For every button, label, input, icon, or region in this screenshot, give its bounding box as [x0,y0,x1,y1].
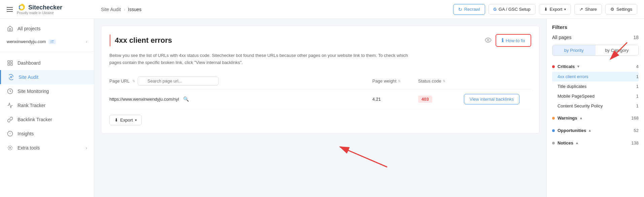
filter-item-4xx[interactable]: 4xx client errors 1 [552,72,639,81]
svg-rect-1 [11,61,12,62]
sidebar-item-insights[interactable]: Insights [0,127,94,141]
filter-item-title-dup-count: 1 [636,84,639,89]
filter-section-criticals-header[interactable]: Criticals ▾ 4 [552,61,639,72]
card-title-bar [109,34,111,46]
recrawl-button[interactable]: ↻ Recrawl [453,4,485,15]
table-url-cell: https://www.wenxinwendyju.com/nyl 🔍 [109,96,367,102]
domain-badge: IT [48,39,56,44]
filter-item-mobile[interactable]: Mobile PageSpeed 1 [552,91,639,101]
notices-count: 138 [631,140,639,145]
how-to-fix-button[interactable]: ℹ How-to fix [496,34,531,47]
export-down-icon: ⬇ [114,118,118,123]
sidebar-site-audit-label: Site Audit [19,74,38,80]
link-icon [7,116,13,123]
view-internal-backlinks-button[interactable]: View internal backlinks [464,94,519,104]
monitor-icon [7,88,13,95]
insights-icon [7,130,13,137]
filter-section-warnings: Warnings ▴ 168 [552,113,639,123]
filter-section-opportunities: Opportunities ▴ 52 [552,125,639,136]
col-url-header: Page URL ⇅ 🔍 [109,76,367,86]
eye-icon[interactable] [485,37,492,44]
filter-section-warnings-header[interactable]: Warnings ▴ 168 [552,113,639,123]
sidebar-dashboard-label: Dashboard [18,60,41,66]
info-icon: ℹ [502,37,504,43]
logo-tagline: Proudly made in Ukraine [17,11,62,15]
filter-item-title-dup[interactable]: Title duplicates 1 [552,81,639,91]
recrawl-icon: ↻ [458,7,462,12]
notices-title: Notices ▴ [552,140,578,145]
criticals-title: Criticals ▾ [552,64,579,69]
warnings-expand-icon: ▴ [580,116,582,120]
export-chevron-icon: ▾ [564,7,566,11]
export-row: ⬇ Export ▾ [109,115,531,125]
svg-rect-3 [8,64,9,65]
table-export-button[interactable]: ⬇ Export ▾ [109,115,142,125]
criticals-items: 4xx client errors 1 Title duplicates 1 M… [552,72,639,111]
breadcrumb-separator: › [124,7,125,12]
table-weight-cell: 4.21 [372,97,413,102]
criticals-count: 4 [636,64,639,69]
sidebar-item-rank-tracker[interactable]: Rank Tracker [0,98,94,112]
breadcrumb-parent[interactable]: Site Audit [101,7,121,12]
table-action-cell: View internal backlinks [464,94,531,104]
settings-button[interactable]: ⚙ Settings [605,4,637,14]
filter-item-title-dup-label: Title duplicates [557,84,586,89]
notices-dot [552,142,555,144]
col-status-header: Status code ⇅ [418,78,459,84]
status-badge: 403 [418,96,432,103]
row-search-icon[interactable]: 🔍 [183,96,189,102]
svg-rect-2 [11,64,12,65]
filter-item-csp-count: 1 [636,103,639,108]
extra-tools-chevron-icon: › [86,145,87,151]
filter-section-opportunities-header[interactable]: Opportunities ▴ 52 [552,125,639,136]
filter-section-notices-header[interactable]: Notices ▴ 138 [552,138,639,148]
all-pages-label: All pages [552,35,572,40]
sidebar-item-site-monitoring[interactable]: Site Monitoring [0,84,94,98]
filter-item-csp[interactable]: Content Security Policy 1 [552,101,639,111]
logo-brand: Sitechecker [17,4,62,11]
url-sort-icon[interactable]: ⇅ [132,79,135,83]
topbar-left: Sitechecker Proudly made in Ukraine [7,4,101,15]
hamburger-menu[interactable] [7,7,13,12]
sidebar-item-all-projects[interactable]: All projects [0,22,94,36]
card-header: 4xx client errors ℹ How-to fix [109,34,531,47]
opportunities-title: Opportunities ▴ [552,128,591,133]
home-icon [7,25,13,32]
criticals-dot [552,65,555,68]
weight-sort-icon[interactable]: ⇅ [398,79,401,83]
sidebar-item-extra-tools[interactable]: Extra tools › [0,141,94,155]
notices-expand-icon: ▴ [576,141,578,145]
svg-rect-0 [8,61,9,62]
sidebar-item-site-audit[interactable]: Site Audit [0,70,94,84]
search-wrapper: 🔍 [138,76,218,86]
sidebar-user-domain[interactable]: wenxinwendyju.com IT › [0,36,94,47]
ga-gsc-button[interactable]: G GA / GSC Setup [488,4,536,14]
share-button[interactable]: ↗ Share [574,4,602,14]
breadcrumb-current: Issues [128,7,141,12]
sidebar: All projects wenxinwendyju.com IT › Dash… [0,19,94,197]
search-input[interactable] [138,76,218,86]
filter-item-csp-label: Content Security Policy [557,103,603,108]
filter-item-4xx-label: 4xx client errors [557,74,588,79]
warnings-count: 168 [631,116,639,121]
sidebar-item-backlink-tracker[interactable]: Backlink Tracker [0,112,94,127]
card-description: Below you see the list of URLs with 4xx … [109,52,412,66]
card-title-area: 4xx client errors [109,34,172,46]
url-text: https://www.wenxinwendyju.com/nyl [109,97,179,102]
status-sort-icon[interactable]: ⇅ [443,79,445,83]
export-button[interactable]: ⬇ Export ▾ [539,4,571,14]
warnings-dot [552,117,555,120]
svg-point-10 [487,39,489,41]
topbar: Sitechecker Proudly made in Ukraine Site… [0,0,644,19]
svg-line-11 [340,147,387,167]
filter-all-pages[interactable]: All pages 18 [552,35,639,40]
rank-icon [7,102,13,109]
criticals-expand-icon: ▾ [577,64,579,69]
warnings-title: Warnings ▴ [552,116,582,121]
filter-tab-priority[interactable]: by Priority [552,45,596,56]
filter-tab-category[interactable]: by Category [596,45,639,56]
audit-icon [8,74,14,80]
sidebar-item-dashboard[interactable]: Dashboard [0,56,94,70]
sidebar-backlink-tracker-label: Backlink Tracker [18,117,52,122]
sidebar-site-monitoring-label: Site Monitoring [18,89,49,94]
